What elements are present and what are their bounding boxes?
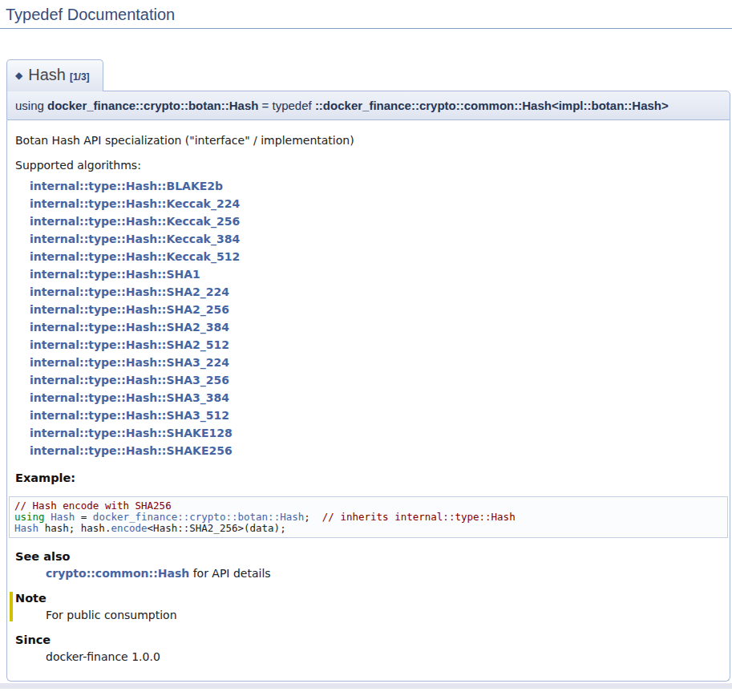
algorithm-link[interactable]: internal::type::Hash::SHA2_256 xyxy=(30,301,722,318)
algorithm-link[interactable]: internal::type::Hash::SHA3_224 xyxy=(30,354,722,371)
algorithm-link[interactable]: internal::type::Hash::SHAKE256 xyxy=(30,442,722,459)
note-section: Note For public consumption xyxy=(10,592,722,621)
code-comment: // Hash encode with SHA256 xyxy=(14,500,172,512)
description-text: Botan Hash API specialization ("interfac… xyxy=(15,134,722,147)
code-line: Hash hash; hash.encode<Hash::SHA2_256>(d… xyxy=(14,523,722,534)
code-example: // Hash encode with SHA256 using Hash = … xyxy=(9,496,728,538)
code-link-hash[interactable]: Hash xyxy=(51,511,75,523)
see-also-text: for API details xyxy=(189,567,270,580)
algorithm-list: internal::type::Hash::BLAKE2b internal::… xyxy=(30,177,722,459)
code-line: using Hash = docker_finance::crypto::bot… xyxy=(14,512,722,523)
see-also-label: See also xyxy=(15,550,722,563)
algorithm-link[interactable]: internal::type::Hash::SHA2_224 xyxy=(30,283,722,301)
member-name: Hash xyxy=(28,66,66,83)
algorithm-link[interactable]: internal::type::Hash::Keccak_512 xyxy=(30,248,722,265)
proto-target-type: ::docker_finance::crypto::common::Hash<i… xyxy=(315,99,669,112)
code-keyword: using xyxy=(14,511,45,523)
member-tab: ◆Hash[1/3] xyxy=(6,59,103,91)
permalink-icon[interactable]: ◆ xyxy=(15,70,22,81)
since-text: docker-finance 1.0.0 xyxy=(46,650,722,663)
note-text: For public consumption xyxy=(46,609,722,621)
member-hash-typedef: ◆Hash[1/3] using docker_finance::crypto:… xyxy=(6,59,730,682)
since-section: Since docker-finance 1.0.0 xyxy=(15,633,722,663)
section-divider xyxy=(0,683,732,689)
algorithm-link[interactable]: internal::type::Hash::SHA2_384 xyxy=(30,318,722,336)
algorithm-link[interactable]: internal::type::Hash::SHA3_384 xyxy=(30,389,722,407)
code-link-hash[interactable]: Hash xyxy=(14,522,38,534)
note-label: Note xyxy=(15,592,722,605)
algorithm-link[interactable]: internal::type::Hash::SHAKE128 xyxy=(30,424,722,442)
code-line: // Hash encode with SHA256 xyxy=(14,500,722,512)
algorithm-link[interactable]: internal::type::Hash::BLAKE2b xyxy=(30,177,722,195)
proto-typedef-name: docker_finance::crypto::botan::Hash xyxy=(47,99,258,112)
example-section: Example: xyxy=(15,471,722,484)
algorithm-link[interactable]: internal::type::Hash::SHA3_512 xyxy=(30,407,722,424)
member-overload-index: [1/3] xyxy=(70,71,90,83)
see-also-content: crypto::common::Hash for API details xyxy=(46,567,722,580)
algorithm-link[interactable]: internal::type::Hash::SHA3_256 xyxy=(30,371,722,389)
code-link-botan-hash[interactable]: docker_finance::crypto::botan::Hash xyxy=(93,511,304,523)
see-also-link[interactable]: crypto::common::Hash xyxy=(46,567,189,580)
see-also-section: See also crypto::common::Hash for API de… xyxy=(15,550,722,580)
algorithm-link[interactable]: internal::type::Hash::SHA2_512 xyxy=(30,336,722,354)
member-documentation: Botan Hash API specialization ("interfac… xyxy=(6,120,730,682)
proto-using-keyword: using xyxy=(15,99,47,112)
algorithm-link[interactable]: internal::type::Hash::Keccak_224 xyxy=(30,195,722,212)
since-label: Since xyxy=(15,633,722,646)
proto-equals-typedef: = typedef xyxy=(258,99,314,112)
algorithm-link[interactable]: internal::type::Hash::Keccak_256 xyxy=(30,212,722,230)
algorithm-link[interactable]: internal::type::Hash::Keccak_384 xyxy=(30,230,722,248)
supported-algorithms-label: Supported algorithms: xyxy=(15,159,722,172)
page-title: Typedef Documentation xyxy=(0,0,732,29)
algorithm-link[interactable]: internal::type::Hash::SHA1 xyxy=(30,265,722,283)
code-link-encode[interactable]: encode xyxy=(111,522,147,534)
member-prototype: using docker_finance::crypto::botan::Has… xyxy=(6,91,730,120)
example-label: Example: xyxy=(15,471,722,484)
code-comment: // inherits internal::type::Hash xyxy=(322,511,516,523)
